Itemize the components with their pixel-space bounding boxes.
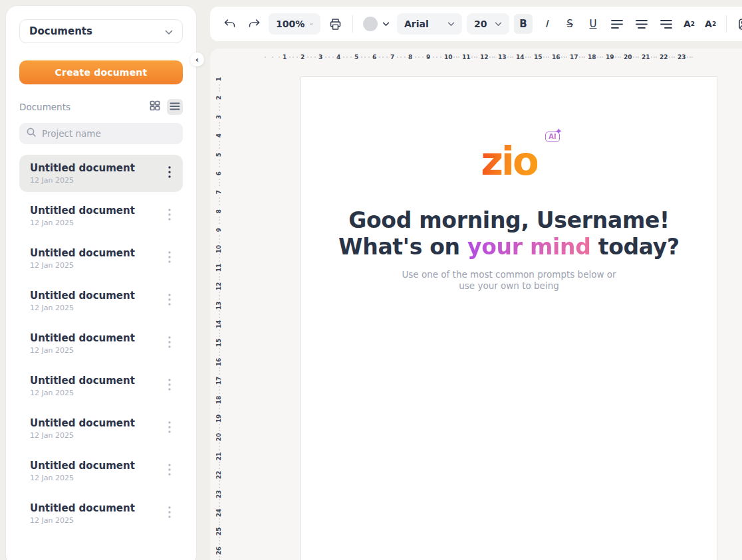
ruler-tick [219, 449, 220, 450]
ruler-tick [379, 56, 380, 58]
ruler-tick [343, 56, 344, 58]
ruler-number: 21 [642, 54, 650, 60]
ruler-tick [219, 273, 220, 274]
ruler-tick [219, 310, 220, 312]
collapse-sidebar-button[interactable]: ‹ [190, 52, 204, 66]
ruler-segment: 19 [214, 414, 224, 432]
document-page[interactable]: zio AI ✦ Good morning, Username! What's … [301, 76, 717, 560]
italic-button[interactable]: I [537, 14, 556, 34]
ruler-tick [219, 484, 220, 485]
ruler-segment: 11 [214, 263, 224, 282]
zoom-select[interactable]: 100% [269, 13, 320, 35]
ruler-tick [566, 56, 567, 58]
strikethrough-button[interactable]: S [560, 14, 579, 34]
align-center-button[interactable] [632, 14, 652, 34]
ruler-tick [386, 56, 388, 58]
ruler-number: 19 [606, 54, 614, 60]
ruler-tick [219, 217, 220, 218]
undo-button[interactable] [219, 14, 239, 34]
underline-button[interactable]: U [584, 14, 602, 34]
font-family-select[interactable]: Arial [397, 13, 462, 35]
ruler-tick [546, 56, 547, 58]
document-menu-button[interactable] [163, 165, 176, 181]
document-info: Untitled document12 Jan 2025 [30, 460, 163, 482]
document-menu-button[interactable] [163, 506, 176, 521]
print-button[interactable] [325, 14, 345, 34]
ruler-tick [297, 56, 298, 58]
ruler-tick [219, 144, 220, 145]
ruler-tick [620, 56, 621, 58]
ruler-tick [600, 56, 601, 58]
ruler-tick [328, 56, 330, 58]
superscript-button[interactable]: A2 [681, 14, 697, 34]
document-menu-button[interactable] [163, 378, 176, 394]
document-menu-button[interactable] [163, 208, 176, 224]
horizontal-ruler[interactable]: 1234567891011121314151617181920212223 [263, 52, 694, 62]
grid-view-button[interactable] [147, 99, 163, 115]
redo-button[interactable] [244, 14, 264, 34]
ruler-segment: 25 [214, 527, 224, 545]
bold-button[interactable]: B [514, 14, 533, 34]
ruler-tick [219, 351, 220, 353]
ruler-number: 20 [216, 433, 223, 442]
font-size-select[interactable]: 20 [467, 13, 509, 35]
ruler-tick [492, 56, 493, 58]
editor-toolbar: 100% Arial 20 B I S U A2 [210, 7, 742, 41]
ruler-tick [219, 276, 220, 278]
chevron-down-icon [382, 22, 390, 27]
ruler-tick [350, 56, 352, 58]
ruler-segment: 13 [214, 301, 224, 320]
document-list-item[interactable]: Untitled document12 Jan 2025 [19, 495, 183, 532]
document-info: Untitled document12 Jan 2025 [30, 332, 163, 355]
ruler-tick [219, 405, 220, 406]
create-document-button[interactable]: Create document [19, 60, 183, 84]
ruler-number: 8 [215, 209, 222, 213]
ruler-tick [272, 56, 273, 58]
ruler-tick [525, 56, 527, 58]
document-list-item[interactable]: Untitled document12 Jan 2025 [19, 282, 183, 320]
align-right-icon [660, 19, 672, 29]
ruler-tick [219, 88, 220, 89]
ruler-segment: 20 [214, 432, 224, 451]
ruler-number: 18 [588, 54, 596, 60]
search-input[interactable] [42, 128, 176, 139]
ruler-tick [293, 56, 294, 58]
ruler-number: 17 [570, 54, 578, 60]
workspace-selector[interactable]: Documents [19, 19, 183, 43]
document-menu-button[interactable] [163, 463, 176, 479]
ruler-tick [456, 56, 457, 58]
list-view-button[interactable] [167, 99, 183, 115]
document-list-item[interactable]: Untitled document12 Jan 2025 [19, 410, 183, 447]
ruler-tick [219, 292, 220, 293]
ruler-tick [458, 56, 459, 58]
insert-image-button[interactable] [734, 14, 742, 34]
document-menu-button[interactable] [163, 250, 176, 266]
kebab-icon [168, 506, 171, 521]
document-list-item[interactable]: Untitled document12 Jan 2025 [19, 452, 183, 490]
document-menu-button[interactable] [163, 335, 176, 351]
document-title: Untitled document [30, 375, 163, 387]
document-list-item[interactable]: Untitled document12 Jan 2025 [19, 240, 183, 277]
document-list-item[interactable]: Untitled document12 Jan 2025 [19, 197, 183, 234]
ruler-segment: 22 [658, 54, 676, 60]
document-menu-button[interactable] [163, 420, 176, 436]
subscript-button[interactable]: A2 [702, 14, 719, 34]
align-left-button[interactable] [607, 14, 627, 34]
document-menu-button[interactable] [163, 293, 176, 309]
ruler-tick [602, 56, 603, 58]
ruler-tick [325, 56, 326, 58]
search-icon [26, 127, 37, 140]
ruler-tick [219, 238, 220, 240]
document-list-item[interactable]: Untitled document12 Jan 2025 [19, 367, 183, 405]
document-info: Untitled document12 Jan 2025 [30, 205, 163, 227]
ruler-tick [219, 260, 220, 262]
vertical-ruler[interactable]: 1234567891011121314151617181920212223242… [214, 74, 224, 560]
ruler-tick [471, 56, 473, 58]
document-list-item[interactable]: Untitled document12 Jan 2025 [19, 155, 183, 192]
ruler-tick [674, 56, 675, 58]
text-color-button[interactable] [360, 17, 392, 31]
align-right-button[interactable] [656, 14, 676, 34]
ruler-segment: 11 [461, 54, 479, 60]
ruler-tick [314, 56, 316, 58]
document-list-item[interactable]: Untitled document12 Jan 2025 [19, 325, 183, 362]
